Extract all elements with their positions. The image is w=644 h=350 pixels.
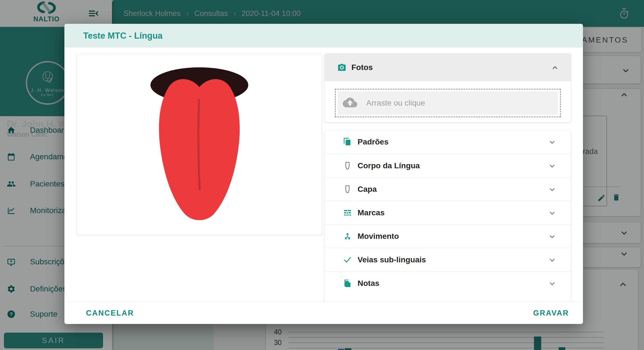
section-label: Marcas — [358, 208, 385, 217]
dropzone-label: Arraste ou clique — [366, 99, 425, 108]
section-corpo-da-lingua[interactable]: Corpo da Língua — [325, 154, 571, 177]
dropzone-inner: Arraste ou clique — [338, 92, 558, 115]
chevron-down-icon[interactable] — [548, 279, 556, 289]
chevron-down-icon[interactable] — [548, 185, 556, 195]
photos-panel: Fotos Arraste ou clique — [325, 53, 571, 122]
section-label: Capa — [358, 185, 377, 194]
section-movimento[interactable]: Movimento — [325, 224, 571, 248]
chevron-down-icon[interactable] — [548, 256, 556, 265]
save-button[interactable]: GRAVAR — [530, 305, 572, 321]
chevron-down-icon[interactable] — [548, 232, 556, 242]
sections-accordion: Padrões Corpo da Língua Capa — [325, 130, 571, 307]
tongue-outline-icon — [343, 185, 352, 194]
section-veias-sub-linguais[interactable]: Veias sub-linguais — [325, 248, 571, 271]
camera-icon — [337, 62, 347, 74]
check-icon — [343, 255, 352, 264]
photos-panel-header[interactable]: Fotos — [325, 53, 571, 81]
movement-arrows-icon — [343, 232, 352, 241]
section-label: Corpo da Língua — [358, 161, 420, 170]
photo-upload-dropzone[interactable]: Arraste ou clique — [335, 89, 561, 117]
chevron-up-icon[interactable] — [551, 64, 559, 73]
cloud-upload-icon — [343, 97, 357, 109]
section-marcas[interactable]: Marcas — [325, 201, 571, 224]
notes-document-icon — [343, 279, 352, 288]
dialog-header: Teste MTC - Língua — [64, 24, 583, 48]
cancel-button[interactable]: CANCELAR — [83, 305, 137, 321]
section-notas[interactable]: Notas — [325, 271, 571, 295]
section-label: Padrões — [358, 137, 389, 146]
dialog-footer: CANCELAR GRAVAR — [64, 302, 583, 324]
section-label: Veias sub-linguais — [358, 255, 426, 264]
tongue-image-card — [76, 54, 322, 235]
chevron-down-icon[interactable] — [548, 209, 556, 218]
section-capa[interactable]: Capa — [325, 177, 571, 201]
tongue-outline-icon — [343, 161, 352, 170]
copy-icon — [343, 137, 352, 146]
chevron-down-icon[interactable] — [548, 138, 556, 148]
dash-rows-icon — [343, 208, 352, 217]
tongue-illustration — [141, 59, 258, 227]
chevron-down-icon[interactable] — [548, 162, 556, 171]
section-label: Movimento — [358, 232, 399, 241]
section-label: Notas — [358, 279, 379, 288]
dialog-title: Teste MTC - Língua — [83, 31, 163, 41]
mtc-tongue-dialog: Teste MTC - Língua Fotos — [64, 24, 583, 324]
section-padroes[interactable]: Padrões — [325, 130, 571, 154]
photos-panel-title: Fotos — [351, 63, 373, 72]
